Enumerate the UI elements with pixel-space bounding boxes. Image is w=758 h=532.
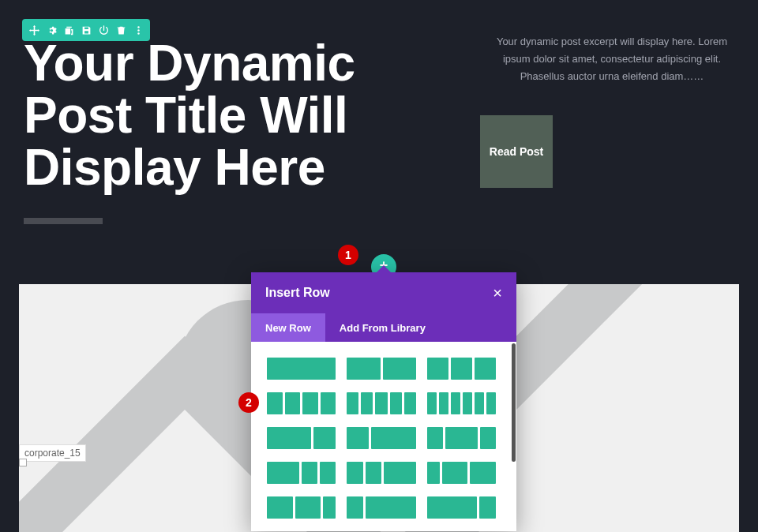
layout-column (347, 462, 362, 484)
layout-column (267, 358, 336, 380)
layout-column (375, 392, 387, 414)
layout-column (323, 496, 336, 519)
layout-column (267, 496, 293, 519)
post-excerpt[interactable]: Your dynamic post excerpt will display h… (482, 33, 742, 85)
layout-column (302, 392, 318, 414)
layout-column (480, 427, 496, 449)
svg-point-2 (137, 32, 139, 34)
layout-column (285, 392, 301, 414)
layout-option[interactable] (267, 496, 336, 519)
layout-column (267, 427, 311, 449)
layout-option[interactable] (427, 392, 496, 414)
image-placeholder-label: corporate_15 (19, 444, 86, 462)
layout-column (347, 392, 358, 414)
layout-column (445, 427, 478, 449)
layout-column (267, 392, 283, 414)
layout-column (486, 392, 496, 414)
layout-option[interactable] (267, 462, 336, 484)
layout-option[interactable] (347, 392, 415, 414)
layout-column (267, 462, 299, 484)
close-icon[interactable]: × (493, 285, 502, 301)
annotation-badge-2: 2 (238, 392, 259, 413)
layout-column (470, 462, 496, 484)
layout-column (366, 496, 415, 519)
tab-add-from-library[interactable]: Add From Library (325, 313, 440, 342)
layout-grid (251, 342, 512, 531)
layout-column (439, 392, 448, 414)
layout-column (427, 496, 477, 519)
layout-column (475, 358, 496, 380)
modal-tabs: New Row Add From Library (251, 313, 516, 342)
layout-column (295, 496, 321, 519)
scrollbar[interactable] (512, 343, 516, 462)
layout-column (371, 427, 415, 449)
layout-column (366, 462, 381, 484)
layout-column (475, 392, 484, 414)
layout-column (361, 392, 373, 414)
layout-option[interactable] (347, 496, 415, 519)
layout-column (320, 462, 336, 484)
layout-option[interactable] (427, 462, 496, 484)
layout-option[interactable] (267, 392, 336, 414)
modal-title: Insert Row (265, 286, 330, 300)
layout-column (427, 462, 440, 484)
layout-column (442, 462, 468, 484)
layout-column (390, 392, 402, 414)
layout-option[interactable] (267, 358, 336, 380)
layout-column (313, 427, 336, 449)
layout-option[interactable] (347, 427, 415, 449)
layout-column (479, 496, 496, 519)
layout-option[interactable] (267, 427, 336, 449)
read-post-button[interactable]: Read Post (480, 115, 553, 188)
layout-column (451, 358, 472, 380)
layout-column (302, 462, 317, 484)
layout-column (383, 358, 416, 380)
layout-option[interactable] (427, 427, 496, 449)
layout-column (427, 392, 437, 414)
layout-column (463, 392, 472, 414)
layout-column (347, 496, 363, 519)
annotation-badge-1: 1 (338, 245, 358, 265)
tab-new-row[interactable]: New Row (251, 313, 325, 342)
layout-column (451, 392, 460, 414)
layout-option[interactable] (347, 462, 415, 484)
layout-option[interactable] (427, 496, 496, 519)
svg-point-0 (137, 26, 139, 28)
layout-column (427, 427, 443, 449)
resize-handle[interactable] (19, 459, 27, 466)
layout-column (347, 427, 369, 449)
post-title[interactable]: Your Dynamic Post Title Will Display Her… (24, 38, 458, 194)
layout-column (321, 392, 336, 414)
layout-option[interactable] (427, 358, 496, 380)
svg-point-1 (137, 29, 139, 31)
layout-option[interactable] (347, 358, 415, 380)
modal-header: Insert Row × (251, 272, 516, 313)
layout-column (347, 358, 380, 380)
layout-column (384, 462, 416, 484)
layout-column (404, 392, 416, 414)
layout-column (427, 358, 448, 380)
modal-body (251, 342, 516, 531)
insert-row-modal: Insert Row × New Row Add From Library (251, 272, 516, 531)
title-underline (24, 218, 103, 224)
